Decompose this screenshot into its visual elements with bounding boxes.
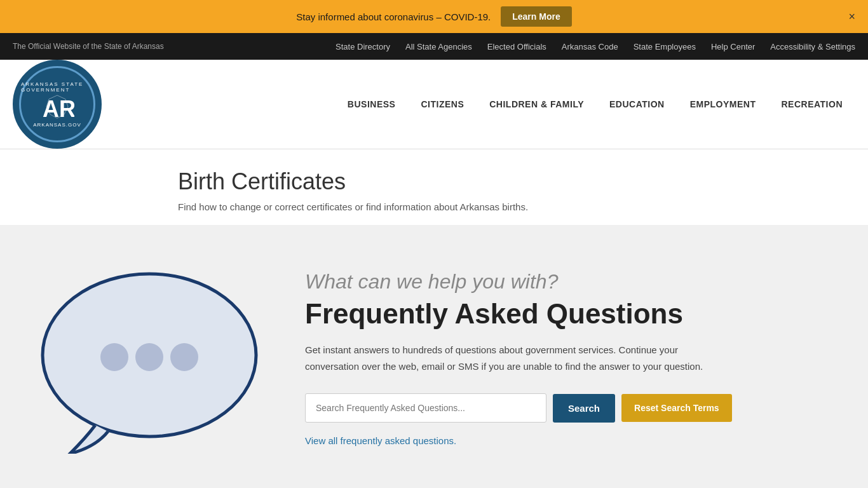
- help-center-link[interactable]: Help Center: [711, 42, 755, 51]
- faq-handwriting: What can we help you with?: [305, 270, 737, 294]
- nav-children-family-link[interactable]: CHILDREN & FAMILY: [477, 81, 597, 127]
- faq-description: Get instant answers to hundreds of quest…: [305, 342, 712, 374]
- banner-text: Stay informed about coronavirus – COVID-…: [296, 11, 491, 22]
- svg-point-3: [100, 343, 128, 371]
- nav-employment-link[interactable]: EMPLOYMENT: [677, 81, 769, 127]
- elected-officials-link[interactable]: Elected Officials: [487, 42, 546, 51]
- faq-search-button[interactable]: Search: [553, 394, 615, 423]
- official-text: The Official Website of the State of Ark…: [13, 42, 164, 51]
- utility-links: State Directory All State Agencies Elect…: [336, 42, 855, 51]
- nav-citizens-link[interactable]: CITIZENS: [408, 81, 477, 127]
- covid-banner: Stay informed about coronavirus – COVID-…: [0, 0, 868, 33]
- nav-recreation-link[interactable]: RECREATION: [768, 81, 855, 127]
- chat-bubble-svg: [32, 263, 261, 454]
- primary-nav-links: BUSINESS CITIZENS CHILDREN & FAMILY EDUC…: [335, 81, 855, 127]
- logo-bottom-text: ARKANSAS.GOV: [33, 122, 81, 128]
- all-state-agencies-link[interactable]: All State Agencies: [405, 42, 472, 51]
- state-directory-link[interactable]: State Directory: [336, 42, 390, 51]
- page-title: Birth Certificates: [178, 168, 843, 195]
- arkansas-code-link[interactable]: Arkansas Code: [562, 42, 618, 51]
- svg-point-5: [170, 343, 198, 371]
- main-nav: ARKANSAS STATE GOVERNMENT AR ARKANSAS.GO…: [0, 60, 868, 149]
- nav-education-link[interactable]: EDUCATION: [597, 81, 677, 127]
- faq-search-row: Search Reset Search Terms: [305, 393, 737, 423]
- faq-section: What can we help you with? Frequently As…: [0, 225, 868, 488]
- state-employees-link[interactable]: State Employees: [634, 42, 696, 51]
- banner-close-button[interactable]: ×: [848, 10, 855, 24]
- chat-illustration: [25, 263, 267, 454]
- learn-more-button[interactable]: Learn More: [501, 6, 571, 27]
- faq-view-all-link[interactable]: View all frequently asked questions.: [305, 435, 456, 446]
- logo-top-text: ARKANSAS STATE GOVERNMENT: [21, 81, 93, 93]
- utility-nav: The Official Website of the State of Ark…: [0, 33, 868, 60]
- faq-search-input[interactable]: [305, 393, 546, 423]
- faq-reset-button[interactable]: Reset Search Terms: [621, 394, 732, 422]
- accessibility-settings-link[interactable]: Accessibility & Settings: [770, 42, 855, 51]
- nav-business-link[interactable]: BUSINESS: [335, 81, 409, 127]
- ar-state-logo: AR: [40, 94, 74, 122]
- faq-content: What can we help you with? Frequently As…: [305, 270, 737, 447]
- page-subtitle: Find how to change or correct certificat…: [178, 201, 843, 212]
- page-header: Birth Certificates Find how to change or…: [0, 149, 868, 225]
- svg-point-4: [135, 343, 163, 371]
- logo[interactable]: ARKANSAS STATE GOVERNMENT AR ARKANSAS.GO…: [13, 60, 102, 149]
- faq-title: Frequently Asked Questions: [305, 299, 737, 329]
